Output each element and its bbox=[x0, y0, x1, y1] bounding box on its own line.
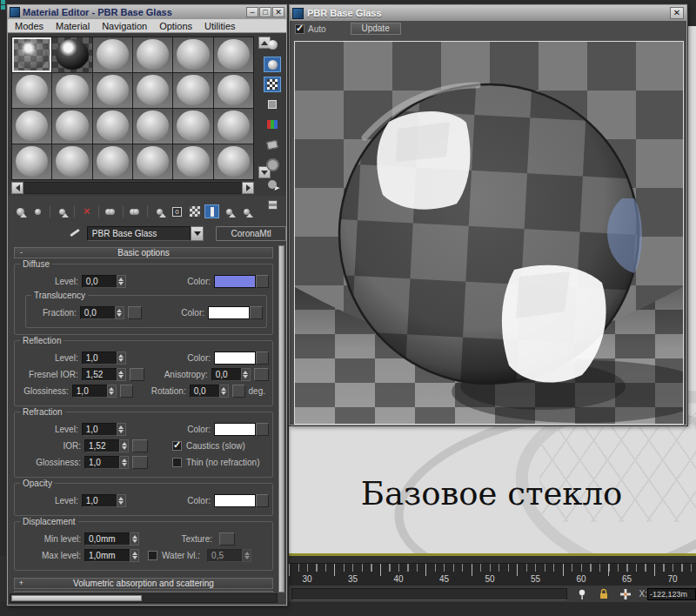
material-sample-slot[interactable] bbox=[214, 144, 253, 179]
generate-preview-icon[interactable] bbox=[264, 137, 281, 152]
water-level-checkbox[interactable] bbox=[148, 551, 157, 560]
selection-lock-icon[interactable] bbox=[597, 587, 611, 601]
rollout-advanced[interactable]: + Advanced options bbox=[14, 591, 273, 593]
translucency-fraction-spinner[interactable]: 0,0 bbox=[80, 306, 124, 319]
assign-material-to-selection-icon[interactable] bbox=[55, 204, 70, 218]
fresnel-ior-spinner[interactable]: 1,52 bbox=[82, 368, 126, 381]
material-sample-slot[interactable] bbox=[173, 144, 212, 179]
rotation-map-button[interactable] bbox=[232, 385, 245, 398]
minimize-button[interactable]: – bbox=[246, 7, 258, 17]
reflection-glossiness-spinner[interactable]: 1,0 bbox=[72, 385, 117, 398]
make-unique-icon[interactable] bbox=[128, 204, 143, 218]
rollout-volumetric[interactable]: + Volumetric absorption and scattering bbox=[14, 578, 273, 589]
render-window-titlebar[interactable]: PBR Base Glass ✕ bbox=[290, 5, 686, 21]
samples-scroll-left-button[interactable] bbox=[11, 182, 23, 194]
close-button[interactable]: ✕ bbox=[272, 7, 284, 17]
material-sample-slot[interactable] bbox=[214, 37, 253, 72]
material-class-button[interactable]: CoronaMtl bbox=[216, 226, 286, 241]
material-sample-slot[interactable] bbox=[52, 144, 91, 179]
material-sample-slot[interactable] bbox=[133, 73, 172, 108]
material-editor-hscrollbar[interactable] bbox=[10, 593, 278, 603]
get-material-icon[interactable] bbox=[13, 204, 28, 218]
fresnel-ior-map-button[interactable] bbox=[130, 368, 144, 381]
backlight-icon[interactable] bbox=[264, 57, 281, 72]
show-end-result-icon[interactable] bbox=[204, 204, 219, 218]
select-by-material-icon[interactable] bbox=[264, 177, 281, 192]
maximize-button[interactable]: □ bbox=[259, 7, 271, 17]
make-material-copy-icon[interactable] bbox=[104, 204, 118, 218]
diffuse-color-map-button[interactable] bbox=[256, 275, 269, 288]
reflection-color-swatch[interactable] bbox=[214, 352, 256, 365]
refraction-color-map-button[interactable] bbox=[256, 423, 269, 436]
water-level-spinner[interactable]: 0,5 bbox=[207, 549, 251, 562]
refraction-ior-spinner[interactable]: 1,52 bbox=[84, 439, 129, 452]
material-sample-slot[interactable] bbox=[173, 37, 212, 72]
transform-gizmo-icon[interactable] bbox=[619, 587, 632, 601]
material-editor-titlebar[interactable]: Material Editor - PBR Base Glass – □ ✕ bbox=[8, 5, 286, 19]
rollout-basic-options[interactable]: - Basic options bbox=[14, 247, 273, 258]
refraction-ior-map-button[interactable] bbox=[132, 439, 148, 452]
displacement-texture-button[interactable] bbox=[219, 532, 235, 546]
material-sample-slot[interactable] bbox=[93, 109, 132, 144]
opacity-color-map-button[interactable] bbox=[256, 494, 269, 507]
material-sample-slot[interactable] bbox=[173, 109, 212, 144]
material-id-channel-icon[interactable]: 0 bbox=[170, 204, 184, 218]
material-sample-slot[interactable] bbox=[12, 73, 51, 108]
sample-type-sphere-icon[interactable] bbox=[264, 37, 281, 52]
refraction-color-swatch[interactable] bbox=[214, 423, 256, 436]
reflection-level-spinner[interactable]: 1,0 bbox=[82, 352, 126, 365]
material-sample-slot[interactable] bbox=[52, 109, 91, 144]
reflection-glossiness-map-button[interactable] bbox=[120, 385, 133, 398]
material-sample-slot[interactable] bbox=[173, 73, 212, 108]
parameters-vscrollbar[interactable] bbox=[278, 245, 284, 593]
show-map-in-viewport-icon[interactable] bbox=[187, 204, 202, 218]
reflection-color-map-button[interactable] bbox=[256, 352, 269, 365]
go-to-parent-icon[interactable] bbox=[222, 204, 237, 218]
material-sample-slot[interactable] bbox=[93, 37, 132, 72]
rotation-spinner[interactable]: 0,0 bbox=[190, 385, 229, 398]
material-sample-slot[interactable] bbox=[93, 73, 132, 108]
refraction-glossiness-spinner[interactable]: 1,0 bbox=[84, 456, 129, 469]
diffuse-color-swatch[interactable] bbox=[214, 275, 256, 288]
material-sample-slot[interactable] bbox=[214, 109, 253, 144]
opacity-color-swatch[interactable] bbox=[214, 494, 256, 507]
menu-material[interactable]: Material bbox=[56, 21, 90, 31]
displacement-min-spinner[interactable]: 0,0mm bbox=[84, 532, 139, 546]
material-sample-slot[interactable] bbox=[12, 109, 51, 144]
anisotropy-spinner[interactable]: 0,0 bbox=[211, 368, 251, 381]
menu-navigation[interactable]: Navigation bbox=[102, 21, 147, 31]
pick-material-eyedropper-icon[interactable] bbox=[69, 227, 80, 239]
material-name-dropdown-arrow[interactable] bbox=[191, 226, 204, 241]
translucency-color-swatch[interactable] bbox=[208, 306, 250, 319]
render-viewport[interactable] bbox=[294, 41, 684, 425]
samples-scroll-right-button[interactable] bbox=[242, 182, 254, 194]
material-map-navigator-icon[interactable] bbox=[264, 197, 281, 212]
video-color-check-icon[interactable] bbox=[264, 117, 281, 132]
time-ruler[interactable]: 303540455055606570 bbox=[289, 563, 696, 586]
material-sample-slot[interactable] bbox=[52, 73, 91, 108]
material-sample-slot[interactable] bbox=[93, 144, 132, 179]
auto-update-checkbox[interactable] bbox=[295, 24, 304, 34]
thin-checkbox[interactable] bbox=[172, 458, 182, 467]
material-sample-slot[interactable] bbox=[133, 109, 172, 144]
go-forward-to-sibling-icon[interactable] bbox=[239, 204, 254, 218]
menu-modes[interactable]: Modes bbox=[15, 21, 44, 31]
material-sample-slot[interactable] bbox=[133, 144, 172, 179]
translucency-map-button[interactable] bbox=[128, 306, 142, 319]
material-sample-slot[interactable] bbox=[133, 37, 172, 72]
material-sample-slot[interactable] bbox=[214, 73, 253, 108]
displacement-max-spinner[interactable]: 1,0mm bbox=[84, 549, 139, 562]
put-material-to-scene-icon[interactable] bbox=[30, 204, 45, 218]
sample-uv-tiling-icon[interactable] bbox=[264, 97, 281, 112]
material-name-dropdown[interactable]: PBR Base Glass bbox=[87, 226, 191, 241]
background-checker-icon[interactable] bbox=[264, 77, 281, 92]
caustics-checkbox[interactable] bbox=[172, 441, 182, 451]
x-coordinate-field[interactable] bbox=[647, 588, 696, 600]
options-icon[interactable] bbox=[264, 157, 281, 172]
close-button[interactable]: ✕ bbox=[670, 7, 684, 19]
put-to-library-icon[interactable] bbox=[152, 204, 167, 218]
material-sample-slot[interactable] bbox=[12, 144, 51, 179]
update-button[interactable]: Update bbox=[351, 23, 401, 35]
translucency-color-map-button[interactable] bbox=[250, 306, 263, 319]
material-sample-slot[interactable] bbox=[52, 37, 91, 72]
